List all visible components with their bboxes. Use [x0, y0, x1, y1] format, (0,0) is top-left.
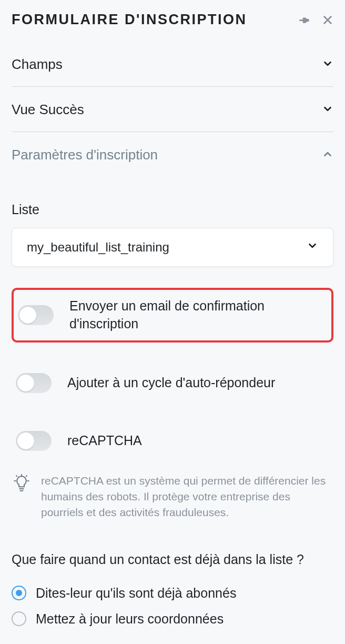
accordion-success[interactable]: Vue Succès	[12, 87, 333, 132]
pin-icon[interactable]	[299, 14, 310, 26]
radio-label: Dites-leur qu'ils sont déjà abonnés	[36, 586, 236, 601]
accordion-settings[interactable]: Paramètres d'inscription	[12, 132, 333, 177]
svg-line-4	[26, 476, 27, 476]
header-actions	[299, 14, 333, 26]
accordion-success-label: Vue Succès	[12, 102, 84, 118]
toggle-confirmation-label: Envoyer un email de confirmation d'inscr…	[69, 297, 327, 333]
chevron-up-icon	[322, 148, 333, 162]
radio-input[interactable]	[12, 586, 26, 600]
accordion-settings-label: Paramètres d'inscription	[12, 147, 158, 163]
toggle-autoresponder-label: Ajouter à un cycle d'auto-répondeur	[67, 374, 275, 392]
toggle-recaptcha-label: reCAPTCHA	[67, 432, 142, 450]
existing-contact-question: Que faire quand un contact est déjà dans…	[12, 550, 333, 569]
list-select[interactable]: my_beautiful_list_training	[12, 228, 333, 267]
list-selected-value: my_beautiful_list_training	[27, 240, 169, 255]
chevron-down-icon	[307, 240, 318, 255]
recaptcha-info: reCAPTCHA est un système qui permet de d…	[12, 473, 333, 521]
chevron-down-icon	[322, 103, 333, 117]
accordion-fields[interactable]: Champs	[12, 42, 333, 87]
lightbulb-icon	[14, 474, 29, 521]
list-label: Liste	[12, 202, 333, 217]
radio-input[interactable]	[12, 611, 26, 626]
highlighted-option: Envoyer un email de confirmation d'inscr…	[12, 288, 333, 343]
radio-option-already-subscribed[interactable]: Dites-leur qu'ils sont déjà abonnés	[12, 580, 333, 606]
recaptcha-info-text: reCAPTCHA est un système qui permet de d…	[41, 473, 331, 521]
close-icon[interactable]	[322, 14, 333, 26]
toggle-autoresponder-row: Ajouter à un cycle d'auto-répondeur	[12, 366, 333, 400]
panel-title: FORMULAIRE D'INSCRIPTION	[12, 12, 247, 28]
existing-contact-options: Dites-leur qu'ils sont déjà abonnés Mett…	[12, 580, 333, 632]
toggle-autoresponder[interactable]	[16, 373, 52, 393]
accordion-fields-label: Champs	[12, 56, 63, 73]
toggle-recaptcha-row: reCAPTCHA	[12, 424, 333, 458]
radio-option-update-details[interactable]: Mettez à jour leurs coordonnées	[12, 606, 333, 632]
toggle-recaptcha[interactable]	[16, 431, 52, 451]
panel-header: FORMULAIRE D'INSCRIPTION	[12, 12, 333, 28]
chevron-down-icon	[322, 58, 333, 72]
toggle-confirmation-row: Envoyer un email de confirmation d'inscr…	[14, 290, 331, 340]
radio-label: Mettez à jour leurs coordonnées	[36, 611, 224, 627]
svg-line-3	[16, 476, 17, 476]
toggle-confirmation[interactable]	[18, 305, 54, 325]
